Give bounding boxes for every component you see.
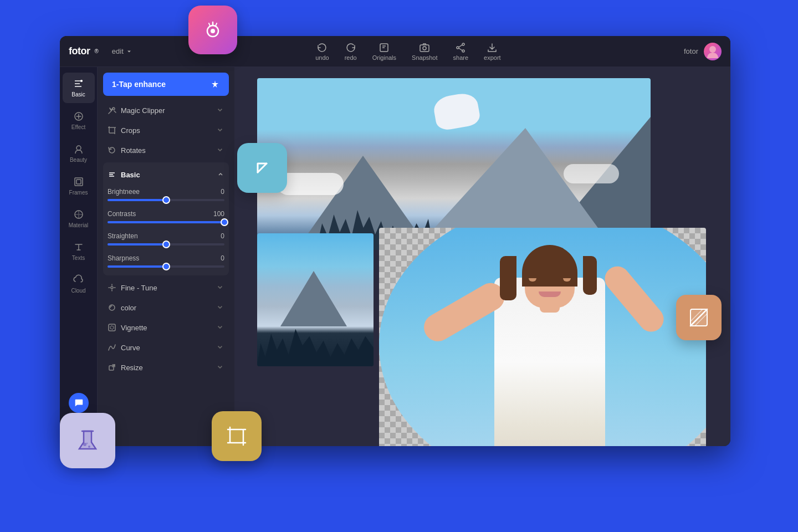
brand-name: fotor [69, 45, 90, 57]
straighten-value: 0 [221, 232, 224, 240]
svg-point-7 [86, 443, 88, 444]
sidebar-item-cloud[interactable]: Cloud [63, 269, 95, 299]
sidebar-cloud-label: Cloud [71, 288, 85, 294]
sidebar-texts-label: Texts [72, 255, 85, 261]
snapshot-button[interactable]: Snapshot [412, 42, 437, 61]
content-area: Basic Effect Beauty [60, 67, 730, 446]
svg-point-52 [110, 326, 114, 329]
svg-line-15 [258, 163, 267, 172]
share-button[interactable]: share [453, 42, 469, 61]
editor-window: fotor ® edit undo redo [60, 36, 730, 446]
svg-rect-41 [109, 127, 115, 133]
rotates-label: Rotates [121, 146, 146, 155]
collapse-arrow-icon-floating [237, 143, 287, 193]
fine-tune-item[interactable]: Fine - Tune [103, 278, 229, 298]
color-label: color [121, 304, 136, 312]
svg-line-3 [209, 23, 210, 26]
export-button[interactable]: export [484, 42, 501, 61]
user-avatar [704, 43, 722, 60]
straighten-slider[interactable] [108, 243, 224, 245]
sidebar-item-basic[interactable]: Basic [63, 73, 95, 103]
share-label: share [453, 54, 469, 61]
magic-clipper-label: Magic Clipper [121, 106, 165, 115]
curve-label: Curve [121, 344, 140, 352]
chat-button[interactable] [69, 393, 89, 413]
originals-button[interactable]: Originals [372, 42, 396, 61]
tools-panel: 1-Tap enhance Magic Clipper [98, 67, 235, 446]
enhance-button[interactable]: 1-Tap enhance [103, 73, 229, 96]
sidebar-material-label: Material [69, 222, 89, 228]
magic-clipper-item[interactable]: Magic Clipper [103, 100, 229, 120]
edit-label: edit [112, 47, 124, 55]
resize-label: Resize [121, 364, 143, 372]
toolbar: fotor ® edit undo redo [60, 36, 730, 67]
resize-item[interactable]: Resize [103, 357, 229, 377]
contrast-slider-row: Contrasts 100 [103, 207, 229, 229]
sidebar-item-beauty[interactable]: Beauty [63, 138, 95, 168]
brightness-value: 0 [221, 188, 224, 196]
redo-label: redo [345, 54, 357, 61]
undo-button[interactable]: undo [315, 42, 329, 61]
svg-line-26 [459, 45, 462, 47]
originals-label: Originals [372, 54, 396, 61]
svg-point-32 [80, 80, 83, 82]
sidebar-item-material[interactable]: Material [63, 203, 95, 234]
mountain-image-main [257, 78, 651, 250]
lab-icon-floating [60, 413, 115, 468]
user-name: fotor [684, 47, 698, 55]
brightness-label: Brightneee [108, 188, 140, 196]
brightness-slider-row: Brightneee 0 [103, 185, 229, 207]
pattern-texture-icon-floating [676, 295, 722, 340]
crops-item[interactable]: Crops [103, 120, 229, 140]
straighten-label: Straighten [108, 232, 138, 240]
sharpness-label: Sharpness [108, 254, 139, 262]
svg-point-5 [83, 443, 86, 446]
svg-point-1 [211, 29, 215, 33]
crop-icon-floating [212, 411, 262, 461]
svg-line-4 [216, 23, 217, 26]
basic-label: Basic [121, 171, 140, 179]
vignette-item[interactable]: Vignette [103, 318, 229, 337]
sidebar-item-frames[interactable]: Frames [63, 171, 95, 201]
svg-point-22 [423, 47, 426, 50]
svg-point-28 [709, 46, 716, 53]
basic-section: Basic Brightneee 0 [103, 162, 229, 275]
crops-label: Crops [121, 126, 140, 135]
curve-item[interactable]: Curve [103, 337, 229, 357]
svg-rect-51 [109, 324, 115, 331]
brightness-slider[interactable] [108, 199, 224, 201]
export-label: export [484, 54, 501, 61]
sidebar-item-texts[interactable]: Texts [63, 236, 95, 267]
fotor-app-icon [188, 6, 237, 54]
svg-rect-21 [420, 45, 429, 52]
svg-point-24 [462, 50, 464, 52]
svg-rect-8 [230, 429, 243, 443]
svg-rect-35 [75, 178, 83, 186]
sharpness-slider-row: Sharpness 0 [103, 251, 229, 273]
sidebar-icons: Basic Effect Beauty [60, 67, 98, 446]
toolbar-right: fotor [684, 43, 722, 60]
straighten-slider-row: Straighten 0 [103, 229, 229, 251]
redo-button[interactable]: redo [345, 42, 357, 61]
contrast-slider[interactable] [108, 221, 224, 223]
vignette-label: Vignette [121, 324, 147, 332]
svg-point-34 [76, 146, 81, 150]
rotates-item[interactable]: Rotates [103, 140, 229, 160]
sidebar-frames-label: Frames [69, 190, 88, 196]
color-item[interactable]: color [103, 298, 229, 318]
enhance-label: 1-Tap enhance [112, 80, 166, 89]
snapshot-label: Snapshot [412, 54, 437, 61]
sidebar-item-effect[interactable]: Effect [63, 105, 95, 136]
brand-reg: ® [94, 48, 98, 54]
person-image [379, 228, 706, 446]
contrast-value: 100 [213, 210, 224, 218]
svg-rect-36 [76, 180, 81, 184]
svg-point-49 [111, 287, 113, 289]
contrast-label: Contrasts [108, 210, 136, 218]
sharpness-value: 0 [221, 254, 224, 262]
sharpness-slider[interactable] [108, 265, 224, 268]
edit-dropdown[interactable]: edit [112, 47, 132, 55]
canvas-area [235, 67, 730, 446]
basic-header[interactable]: Basic [103, 165, 229, 185]
sidebar-beauty-label: Beauty [70, 157, 87, 163]
